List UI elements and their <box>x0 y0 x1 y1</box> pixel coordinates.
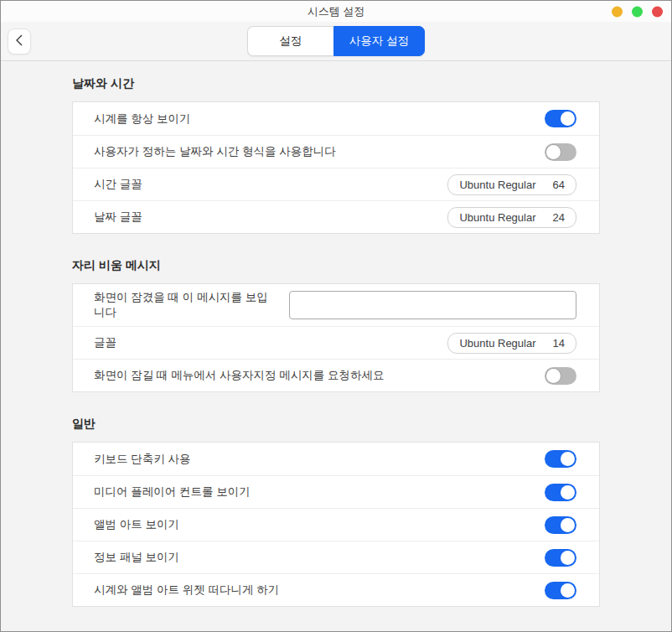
toggle-knob <box>561 551 575 565</box>
font-name: Ubuntu Regular <box>459 337 535 350</box>
toggle-switch[interactable] <box>545 143 576 161</box>
font-size: 24 <box>553 211 565 224</box>
lock-message-input[interactable] <box>289 291 576 319</box>
section-title: 일반 <box>72 417 671 432</box>
toggle-switch[interactable] <box>545 450 576 468</box>
header: 설정사용자 설정 <box>1 22 671 61</box>
back-button[interactable] <box>8 28 31 54</box>
toggle-knob <box>561 485 575 500</box>
toggle-knob <box>546 145 561 159</box>
row-label: 시계와 앨범 아트 위젯 떠다니게 하기 <box>94 583 545 598</box>
row-label: 글꼴 <box>94 335 447 350</box>
row-label: 키보드 단축키 사용 <box>94 452 545 467</box>
settings-panel: 키보드 단축키 사용미디어 플레이어 컨트롤 보이기앨범 아트 보이기정보 패널… <box>72 442 600 607</box>
toggle-knob <box>561 518 575 532</box>
font-button[interactable]: Ubuntu Regular24 <box>447 207 576 228</box>
row-label: 앨범 아트 보이기 <box>94 517 545 532</box>
toggle-knob <box>546 369 561 383</box>
settings-panel: 시계를 항상 보이기사용자가 정하는 날짜와 시간 형식을 사용합니다시간 글꼴… <box>72 101 600 234</box>
settings-row: 사용자가 정하는 날짜와 시간 형식을 사용합니다 <box>73 135 599 168</box>
settings-row: 키보드 단축키 사용 <box>73 443 599 475</box>
row-label: 정보 패널 보이기 <box>94 550 545 565</box>
settings-section: 일반키보드 단축키 사용미디어 플레이어 컨트롤 보이기앨범 아트 보이기정보 … <box>72 417 671 607</box>
tab-bar: 설정사용자 설정 <box>247 26 425 56</box>
section-title: 자리 비움 메시지 <box>72 258 671 273</box>
font-name: Ubuntu Regular <box>459 211 535 224</box>
toggle-knob <box>561 111 575 126</box>
settings-section: 자리 비움 메시지화면이 잠겼을 때 이 메시지를 보입니다글꼴Ubuntu R… <box>72 258 671 392</box>
font-button[interactable]: Ubuntu Regular64 <box>447 174 576 195</box>
toggle-switch[interactable] <box>545 516 576 534</box>
section-title: 날짜와 시간 <box>72 76 671 91</box>
row-label: 미디어 플레이어 컨트롤 보이기 <box>94 484 545 500</box>
settings-content: 날짜와 시간시계를 항상 보이기사용자가 정하는 날짜와 시간 형식을 사용합니… <box>1 61 671 607</box>
settings-row: 시계와 앨범 아트 위젯 떠다니게 하기 <box>73 573 599 606</box>
system-settings-window: 시스템 설정 설정사용자 설정 날짜와 시간시계를 항상 보이기사용자가 정하는… <box>0 0 672 632</box>
settings-row: 미디어 플레이어 컨트롤 보이기 <box>73 475 599 508</box>
font-size: 64 <box>553 179 565 191</box>
row-label: 화면이 잠겼을 때 이 메시지를 보입니다 <box>94 290 289 320</box>
font-button[interactable]: Ubuntu Regular14 <box>447 333 576 354</box>
window-title: 시스템 설정 <box>308 4 365 19</box>
toggle-knob <box>561 583 575 598</box>
titlebar: 시스템 설정 <box>1 1 671 22</box>
settings-row: 정보 패널 보이기 <box>73 541 599 573</box>
toggle-switch[interactable] <box>545 549 576 567</box>
settings-row: 화면이 잠겼을 때 이 메시지를 보입니다 <box>73 284 599 326</box>
toggle-knob <box>561 452 575 466</box>
font-name: Ubuntu Regular <box>459 179 535 191</box>
toggle-switch[interactable] <box>545 367 576 385</box>
settings-row: 화면이 잠길 때 메뉴에서 사용자지정 메시지를 요청하세요 <box>73 359 599 391</box>
settings-section: 날짜와 시간시계를 항상 보이기사용자가 정하는 날짜와 시간 형식을 사용합니… <box>72 76 671 234</box>
toggle-switch[interactable] <box>545 484 576 501</box>
tab-user-settings[interactable]: 사용자 설정 <box>333 26 425 56</box>
row-label: 화면이 잠길 때 메뉴에서 사용자지정 메시지를 요청하세요 <box>94 368 545 383</box>
settings-row: 글꼴Ubuntu Regular14 <box>73 326 599 359</box>
font-size: 14 <box>553 337 565 350</box>
settings-row: 시간 글꼴Ubuntu Regular64 <box>73 168 599 200</box>
row-label: 사용자가 정하는 날짜와 시간 형식을 사용합니다 <box>94 144 545 159</box>
settings-row: 날짜 글꼴Ubuntu Regular24 <box>73 200 599 233</box>
settings-panel: 화면이 잠겼을 때 이 메시지를 보입니다글꼴Ubuntu Regular14화… <box>72 283 600 392</box>
toggle-switch[interactable] <box>545 582 576 599</box>
maximize-button[interactable] <box>632 6 643 17</box>
settings-row: 시계를 항상 보이기 <box>73 102 599 135</box>
tab-settings[interactable]: 설정 <box>247 26 333 56</box>
close-button[interactable] <box>652 6 663 17</box>
row-label: 시간 글꼴 <box>94 177 447 192</box>
row-label: 시계를 항상 보이기 <box>94 111 545 127</box>
row-label: 날짜 글꼴 <box>94 210 447 225</box>
toggle-switch[interactable] <box>545 110 576 127</box>
chevron-left-icon <box>15 34 23 49</box>
settings-row: 앨범 아트 보이기 <box>73 508 599 541</box>
window-controls <box>612 6 663 17</box>
minimize-button[interactable] <box>612 6 623 17</box>
